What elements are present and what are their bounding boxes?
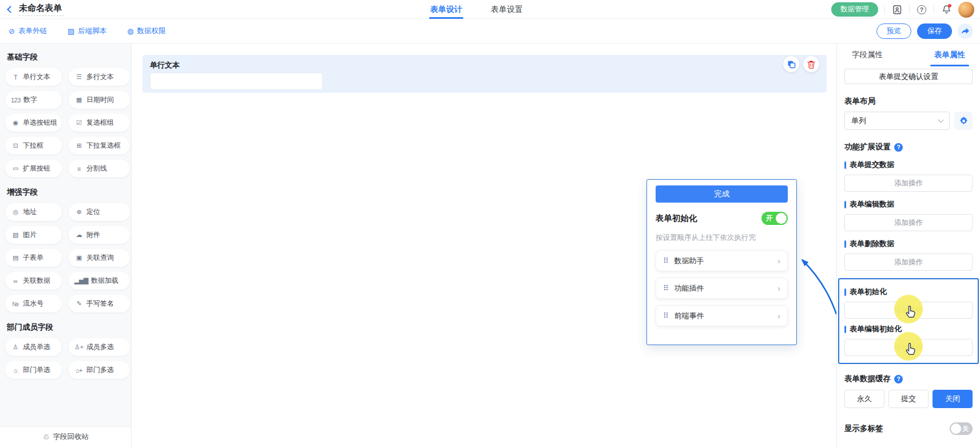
avatar[interactable] <box>958 2 974 18</box>
submit-confirm-settings-button[interactable]: 表单提交确认设置 <box>844 69 973 84</box>
add-action-label: 添加操作 <box>894 258 923 267</box>
field-type-button[interactable]: ▦ 日期时间 <box>69 91 130 109</box>
tab-form-settings[interactable]: 表单设置 <box>491 0 523 19</box>
field-type-button[interactable]: 123 数字 <box>5 91 62 109</box>
field-type-button[interactable]: ▤ 子表单 <box>5 249 62 267</box>
add-action-button[interactable]: 添加操作 <box>844 214 973 231</box>
help-icon[interactable]: ? <box>894 375 903 383</box>
field-type-button[interactable]: ⊡ 下拉框 <box>5 137 62 155</box>
field-type-label: 下拉框 <box>23 141 43 151</box>
field-type-button[interactable]: ☑ 复选框组 <box>69 114 130 132</box>
field-type-button[interactable]: ♙ 成员单选 <box>5 338 62 356</box>
add-action-label: 添加操作 <box>894 179 923 188</box>
field-type-button[interactable]: ✎ 手写签名 <box>69 295 130 312</box>
field-type-label: 成员多选 <box>86 342 114 352</box>
field-type-label: 单行文本 <box>23 72 50 82</box>
field-type-label: 分割线 <box>86 164 107 173</box>
add-action-label: 添加操作 <box>894 218 923 228</box>
preview-label: 预览 <box>887 26 901 36</box>
layout-select[interactable]: 单列 <box>844 112 950 130</box>
contact-book-icon[interactable] <box>891 4 903 15</box>
share-button[interactable] <box>958 23 973 39</box>
submit-confirm-label: 表单提交确认设置 <box>879 72 938 82</box>
field-type-label: 部门多选 <box>86 365 114 375</box>
field-label: 单行文本 <box>150 60 180 70</box>
field-type-label: 多行文本 <box>86 72 114 82</box>
single-line-text-input[interactable] <box>150 73 323 90</box>
help-icon[interactable]: ? <box>916 4 927 15</box>
drag-handle-icon[interactable]: ⠿ <box>663 284 669 292</box>
init-action-item[interactable]: ⠿ 数据助手 › <box>656 250 788 271</box>
external-link-button[interactable]: ⊘表单外链 <box>9 26 47 36</box>
data-manage-button[interactable]: 数据管理 <box>831 2 878 17</box>
field-type-button[interactable]: ▭ 扩展按钮 <box>5 160 62 177</box>
multi-tab-toggle[interactable]: 关 <box>950 422 973 435</box>
drag-handle-icon[interactable]: ⠿ <box>663 256 669 265</box>
save-button[interactable]: 保存 <box>917 23 952 39</box>
field-type-button[interactable]: ≡ 分割线 <box>69 160 130 177</box>
field-type-icon: ⊞ <box>74 142 84 149</box>
done-button[interactable]: 完成 <box>656 185 788 203</box>
section-title-basic: 基础字段 <box>7 52 131 62</box>
field-type-button[interactable]: ☰ 多行文本 <box>69 68 130 86</box>
help-icon[interactable]: ? <box>894 143 903 152</box>
add-action-button[interactable]: 添加操作 <box>844 175 973 192</box>
field-type-button[interactable]: ⌂ 部门单选 <box>5 361 62 379</box>
field-type-button[interactable]: ▧ 图片 <box>5 226 62 244</box>
add-action-button[interactable]: 添加操作 <box>844 254 973 271</box>
field-type-button[interactable]: ♙+ 成员多选 <box>69 338 130 356</box>
cache-option-label: 提交 <box>901 394 916 404</box>
field-recycle-bin[interactable]: ♲ 字段回收站 <box>0 426 132 447</box>
backend-script-button[interactable]: ▨后端脚本 <box>68 26 106 36</box>
field-type-icon: ☁ <box>74 231 84 239</box>
group-form-init: 表单初始化 添加操作 <box>844 287 973 319</box>
back-icon[interactable] <box>7 6 14 13</box>
member-fields-grid: ♙ 成员单选 ♙+ 成员多选 ⌂ 部门单选 ⌂+ 部门多选 <box>0 334 131 380</box>
form-designer-screen: 未命名表单 表单设计 表单设置 数据管理 ? ⊘表单外链 ▨后端脚本 <box>0 0 980 447</box>
extension-settings-title: 功能扩展设置 ? <box>844 142 973 152</box>
field-type-button[interactable]: ☁ 附件 <box>69 226 130 244</box>
field-type-button[interactable]: ▣ 关联查询 <box>69 249 130 267</box>
drag-handle-icon[interactable]: ⠿ <box>663 311 669 320</box>
script-icon: ▨ <box>68 27 74 35</box>
field-type-label: 定位 <box>86 207 100 217</box>
annotation-arrow <box>794 253 841 318</box>
layout-settings-button[interactable] <box>954 112 973 130</box>
field-type-button[interactable]: ▂▅▇ 数据加载 <box>69 272 130 290</box>
chevron-down-icon <box>938 117 944 123</box>
add-action-button[interactable]: 添加操作 <box>844 302 973 319</box>
cache-option-submit[interactable]: 提交 <box>888 390 929 408</box>
multi-tab-label: 显示多标签 <box>844 424 883 434</box>
field-type-label: 图片 <box>23 230 37 240</box>
field-type-button[interactable]: ◎ 地址 <box>5 203 62 221</box>
field-type-button[interactable]: ◉ 单选按钮组 <box>5 114 62 132</box>
hand-cursor-icon <box>903 305 918 320</box>
field-type-button[interactable]: T 单行文本 <box>5 68 62 86</box>
tab-field-properties[interactable]: 字段属性 <box>850 43 885 66</box>
field-type-button[interactable]: ⌂+ 部门多选 <box>69 361 130 379</box>
preview-button[interactable]: 预览 <box>876 23 911 39</box>
cache-option-label: 永久 <box>857 394 872 404</box>
notification-bell-icon[interactable] <box>941 4 952 15</box>
delete-field-button[interactable] <box>803 56 819 72</box>
group-form-submit-data: 表单提交数据 添加操作 <box>844 160 973 192</box>
add-action-button[interactable]: 添加操作 <box>844 339 973 356</box>
cache-option-close[interactable]: 关闭 <box>933 390 973 408</box>
init-action-item[interactable]: ⠿ 功能插件 › <box>656 278 788 299</box>
data-permission-button[interactable]: ◍数据权限 <box>127 26 165 36</box>
trash-icon <box>807 60 815 69</box>
field-type-button[interactable]: № 流水号 <box>5 295 62 312</box>
init-action-item[interactable]: ⠿ 前端事件 › <box>656 305 788 326</box>
cache-option-permanent[interactable]: 永久 <box>844 390 884 408</box>
field-type-button[interactable]: ⊞ 下拉复选框 <box>69 137 130 155</box>
selected-field-card[interactable]: 单行文本 <box>142 55 827 93</box>
form-title[interactable]: 未命名表单 <box>19 3 64 16</box>
copy-field-button[interactable] <box>783 56 799 72</box>
field-type-label: 部门单选 <box>23 365 50 375</box>
tab-form-properties[interactable]: 表单属性 <box>932 43 967 66</box>
field-type-icon: ▦ <box>74 96 84 104</box>
tab-form-design[interactable]: 表单设计 <box>430 0 462 19</box>
field-type-button[interactable]: ∞ 关联数据 <box>5 272 62 290</box>
form-init-toggle[interactable]: 开 <box>761 212 788 225</box>
field-type-button[interactable]: ⊕ 定位 <box>69 203 130 221</box>
